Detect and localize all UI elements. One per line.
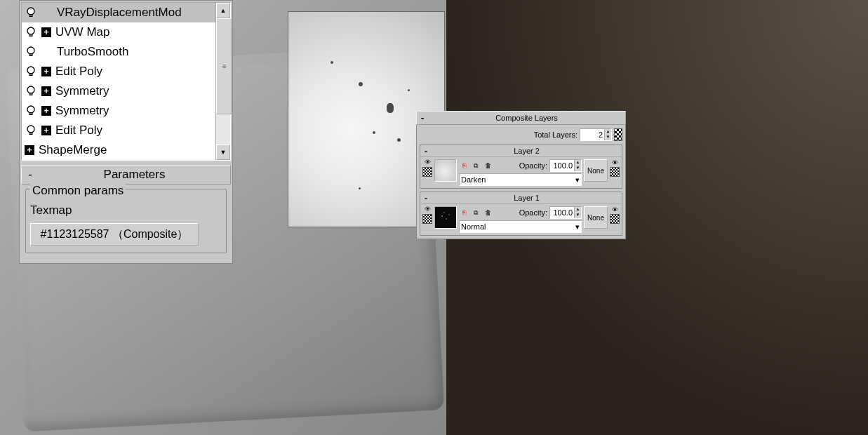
spin-up-icon[interactable]: ▲ [604,129,611,135]
opacity-label: Opacity: [519,161,547,170]
scroll-down-button[interactable]: ▼ [216,145,230,160]
modifier-item-vraydisplacementmod[interactable]: VRayDisplacementMod [22,3,216,22]
duplicate-layer-icon[interactable]: ⧉ [471,208,481,218]
bulb-icon[interactable] [25,85,37,98]
modifier-label: UVW Map [55,25,109,39]
bulb-icon[interactable] [25,46,37,58]
speck [359,82,363,86]
total-layers-row: Total Layers: ▲ ▼ [420,128,622,142]
modifier-item-edit-poly[interactable]: +Edit Poly [22,121,216,140]
expand-plus-icon[interactable]: + [41,67,51,76]
scroll-track[interactable]: ≡ [216,18,230,145]
modifier-item-turbosmooth[interactable]: TurboSmooth [22,42,216,62]
modifier-item-uvw-map[interactable]: +UVW Map [22,22,216,42]
speck [408,89,410,91]
modifier-item-symmetry[interactable]: +Symmetry [22,101,216,121]
spin-down-icon[interactable]: ▼ [604,135,611,140]
add-layer-icon[interactable]: ⎘ [459,208,469,218]
layer-thumbnail[interactable] [434,159,457,182]
modifier-list: VRayDisplacementMod+UVW MapTurboSmooth+E… [21,2,231,161]
modifier-label: TurboSmooth [57,45,128,59]
blend-mode-value: Normal [461,222,486,231]
scroll-thumb[interactable]: ≡ [216,18,232,114]
speck [359,187,361,189]
blend-mode-value: Darken [461,175,486,184]
mask-visibility-icon[interactable]: 👁 [612,159,618,166]
common-params-group: Common params Texmap #1123125587 （Compos… [25,189,227,253]
composite-body: Total Layers: ▲ ▼ - Layer 2 👁 [416,125,626,239]
opacity-spinner[interactable]: ▲ ▼ [549,159,582,172]
layer-thumbnail[interactable] [434,206,457,229]
total-layers-spinner[interactable]: ▲ ▼ [580,128,612,141]
modifier-item-symmetry[interactable]: +Symmetry [22,81,216,101]
modifier-label: Edit Poly [55,65,102,79]
speck [330,61,333,64]
bulb-icon[interactable] [25,6,37,19]
color-swatch-icon[interactable] [614,128,622,141]
modifier-label: VRayDisplacementMod [57,6,182,20]
expand-plus-icon[interactable]: + [41,86,51,96]
expand-plus-icon[interactable]: + [41,126,51,135]
parameters-rollout-header[interactable]: - Parameters [21,165,231,185]
modifier-item-edit-poly[interactable]: +Edit Poly [22,62,216,81]
layer-block-2: - Layer 1 👁 ⎘ ⧉ 🗑 Opacity: [420,192,622,236]
common-params-label: Common params [30,184,126,197]
speck [373,131,375,134]
texmap-slot-button[interactable]: #1123125587 （Composite） [30,223,199,246]
expand-plus-icon[interactable]: + [25,145,34,155]
modifier-scrollbar[interactable]: ▲ ≡ ▼ [215,3,230,160]
color-swatch-icon[interactable] [422,214,432,224]
collapse-icon: - [420,146,432,156]
duplicate-layer-icon[interactable]: ⧉ [471,161,481,170]
modifier-label: Symmetry [55,84,109,98]
bulb-icon[interactable] [25,105,37,117]
color-swatch-icon[interactable] [422,167,432,177]
visibility-icon[interactable]: 👁 [422,159,432,166]
layer-header[interactable]: - Layer 1 [420,192,622,204]
opacity-input[interactable] [550,160,574,171]
chevron-down-icon: ▾ [575,222,580,232]
composite-title: Composite Layers [428,114,625,122]
delete-layer-icon[interactable]: 🗑 [483,161,493,170]
modifier-label: ShapeMerge [39,143,107,157]
bulb-icon[interactable] [25,65,37,78]
total-layers-label: Total Layers: [534,130,577,139]
composite-layers-panel: - Composite Layers Total Layers: ▲ ▼ - L… [416,111,626,239]
opacity-spinner[interactable]: ▲ ▼ [549,206,582,219]
speck [397,138,401,142]
delete-layer-icon[interactable]: 🗑 [483,208,493,218]
layer-block-1: - Layer 2 👁 ⎘ ⧉ 🗑 Opacity: [420,145,622,189]
mask-swatch-icon[interactable] [610,214,620,224]
blend-mode-select[interactable]: Darken ▾ [459,173,582,186]
modifier-item-shapemerge[interactable]: +ShapeMerge [22,140,216,160]
expand-plus-icon[interactable]: + [41,106,51,116]
visibility-icon[interactable]: 👁 [422,206,432,213]
mask-slot-button[interactable]: None [584,206,608,229]
spin-up-icon[interactable]: ▲ [574,160,581,166]
mask-swatch-icon[interactable] [610,167,620,177]
parameters-body: Common params Texmap #1123125587 （Compos… [21,186,231,260]
bulb-icon[interactable] [25,124,37,137]
composite-title-bar[interactable]: - Composite Layers [416,111,626,125]
total-layers-input[interactable] [580,129,604,140]
spin-up-icon[interactable]: ▲ [574,207,581,213]
expand-plus-icon[interactable]: + [41,27,51,37]
scroll-up-button[interactable]: ▲ [216,3,230,18]
blend-mode-select[interactable]: Normal ▾ [459,220,582,233]
modifier-label: Edit Poly [55,123,102,138]
add-layer-icon[interactable]: ⎘ [459,161,469,170]
layer-title: Layer 2 [432,147,622,155]
speck [387,103,394,113]
spin-down-icon[interactable]: ▼ [574,213,581,218]
rollout-title: Parameters [39,168,230,182]
mask-slot-button[interactable]: None [584,159,608,182]
modifier-stack-panel: VRayDisplacementMod+UVW MapTurboSmooth+E… [19,0,233,264]
chevron-down-icon: ▾ [575,175,580,185]
mask-visibility-icon[interactable]: 👁 [612,206,618,213]
spin-down-icon[interactable]: ▼ [574,166,581,171]
texmap-label: Texmap [30,203,222,218]
modifier-label: Symmetry [55,104,109,118]
opacity-input[interactable] [550,207,574,218]
bulb-icon[interactable] [25,26,37,39]
layer-header[interactable]: - Layer 2 [420,145,622,157]
